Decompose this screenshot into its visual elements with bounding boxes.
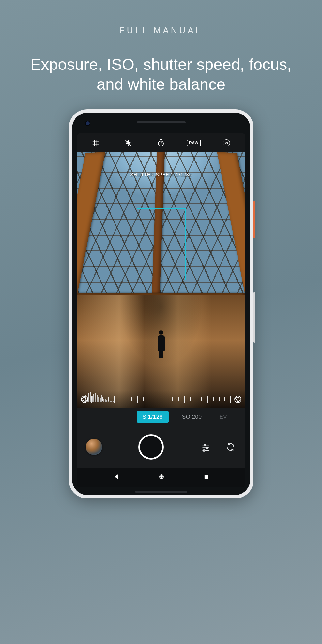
- nav-back-icon[interactable]: [113, 473, 119, 481]
- promo-title: Exposure, ISO, shutter speed, focus, and…: [0, 54, 322, 95]
- flash-off-icon[interactable]: [122, 136, 135, 149]
- tab-iso[interactable]: ISO 200: [175, 411, 208, 423]
- bottom-controls: [77, 426, 245, 468]
- shutter-button[interactable]: [138, 434, 164, 460]
- dial-active-tick: [161, 394, 161, 404]
- power-button: [253, 201, 255, 238]
- top-toolbar: RAW W: [77, 133, 245, 152]
- viewfinder[interactable]: SHUTTER SPEED: 1/128s: [77, 152, 245, 408]
- shutter-speed-overlay: SHUTTER SPEED: 1/128s: [130, 172, 192, 177]
- android-navbar: [77, 468, 245, 487]
- bottom-speaker-slit: [135, 491, 187, 493]
- svg-point-12: [204, 444, 206, 446]
- subject-silhouette: [156, 330, 166, 357]
- raw-label: RAW: [187, 140, 201, 146]
- phone-frame: RAW W: [69, 109, 253, 498]
- white-balance-label: W: [223, 139, 230, 146]
- speaker-slit: [137, 121, 186, 123]
- nav-home-icon[interactable]: [159, 474, 164, 481]
- value-dial[interactable]: [77, 391, 245, 408]
- tab-ev[interactable]: EV: [213, 411, 233, 423]
- nav-recent-icon[interactable]: [204, 474, 209, 481]
- timer-icon[interactable]: [154, 136, 167, 149]
- gallery-thumbnail[interactable]: [86, 439, 102, 455]
- promo-eyebrow: FULL MANUAL: [0, 25, 322, 36]
- svg-point-19: [161, 476, 162, 478]
- grid-icon[interactable]: [89, 136, 102, 149]
- raw-toggle[interactable]: RAW: [187, 136, 200, 149]
- svg-marker-17: [115, 474, 118, 479]
- volume-button: [253, 292, 255, 343]
- svg-point-16: [203, 450, 205, 451]
- svg-line-7: [161, 143, 162, 144]
- svg-point-9: [81, 396, 88, 403]
- front-camera: [86, 121, 90, 125]
- focus-indicator[interactable]: [137, 208, 186, 280]
- mode-tabs: S 1/128 ISO 200 EV: [77, 408, 245, 426]
- tab-shutter[interactable]: S 1/128: [137, 411, 169, 423]
- settings-sliders-icon[interactable]: [200, 441, 212, 453]
- aperture-right-icon: [234, 395, 242, 403]
- white-balance-toggle[interactable]: W: [220, 136, 233, 149]
- svg-point-14: [206, 447, 208, 449]
- svg-rect-20: [204, 475, 208, 478]
- switch-camera-icon[interactable]: [225, 441, 237, 453]
- svg-point-10: [235, 396, 241, 403]
- aperture-left-icon: [81, 395, 88, 403]
